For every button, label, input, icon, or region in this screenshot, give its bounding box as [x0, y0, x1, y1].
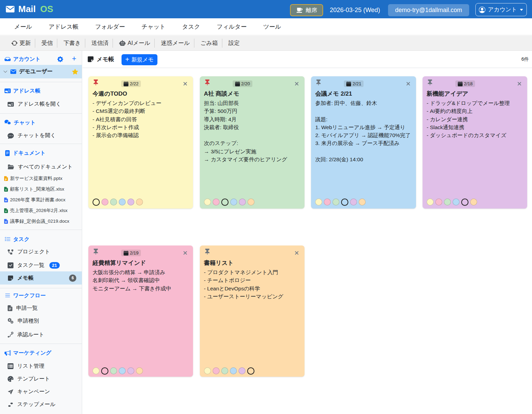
svg-text:x: x	[5, 188, 7, 191]
svg-text:p: p	[5, 177, 7, 181]
svg-text:w: w	[4, 220, 7, 223]
svg-text:w: w	[4, 199, 7, 202]
svg-text:x: x	[5, 210, 7, 213]
